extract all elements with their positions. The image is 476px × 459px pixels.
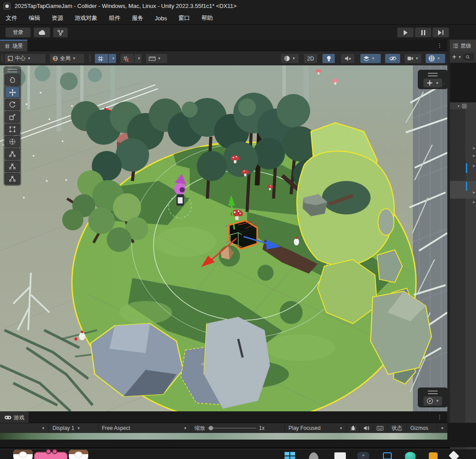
tab-hierarchy[interactable]: 层级 (450, 40, 476, 51)
mute-audio-toggle[interactable] (360, 423, 373, 433)
play-mode-dropdown[interactable]: ▼ (0, 423, 49, 433)
pivot-mode-label: 中心 (15, 55, 26, 62)
scale-tool[interactable] (5, 111, 20, 123)
focus-mode-dropdown[interactable]: Play Focused▼ (285, 423, 347, 433)
foldout-arrow-icon[interactable]: ▶ (473, 154, 475, 158)
zoom-slider-knob[interactable] (209, 426, 213, 430)
game-menu-kebab[interactable]: ⋮ (437, 414, 442, 420)
spline-nodes-icon (9, 175, 16, 182)
menu-file[interactable]: 文件 (0, 12, 23, 24)
play-button[interactable] (397, 27, 414, 38)
taskbar-start-button[interactable] (285, 452, 295, 459)
snap-toggle[interactable] (120, 53, 134, 64)
tab-hierarchy-label: 层级 (461, 42, 471, 50)
foldout-arrow-icon[interactable]: ▶ (473, 200, 475, 204)
stats-toggle[interactable]: 状态 (387, 423, 407, 433)
handle-orientation-dropdown[interactable]: 全局▼ (49, 53, 85, 64)
rect-tool[interactable] (5, 124, 20, 135)
taskbar-app-dark-plus[interactable]: + (357, 452, 369, 459)
foldout-arrow-icon[interactable]: ▶ (473, 164, 475, 168)
zoom-slider[interactable] (208, 426, 256, 430)
menu-assets[interactable]: 资源 (46, 12, 69, 24)
taskbar-app-teal[interactable] (405, 452, 416, 459)
debug-toggle[interactable] (347, 423, 360, 433)
effects-dropdown-toggle[interactable]: ▼ (360, 53, 381, 64)
version-control-button[interactable] (53, 27, 68, 38)
gizmos-dropdown[interactable]: ▼ (437, 423, 447, 433)
grid-visibility-toggle[interactable]: Y (94, 53, 109, 64)
rotate-tool[interactable] (5, 99, 20, 110)
taskbar-app-circle[interactable] (309, 452, 319, 459)
snap-dropdown[interactable]: ▼ (134, 53, 142, 64)
transform-tool[interactable] (5, 136, 20, 147)
overlay-move-dropdown[interactable]: ▼ (424, 79, 442, 87)
custom-spline-tool-2[interactable] (5, 161, 20, 172)
display-dropdown[interactable]: Display 1▼ (49, 423, 98, 433)
taskbar-app-cat-1[interactable] (13, 450, 33, 459)
grid-magnet-icon (123, 56, 129, 62)
move-icon (9, 89, 16, 96)
overlay-drag-handle[interactable] (428, 391, 438, 394)
menu-edit[interactable]: 编辑 (23, 12, 46, 24)
custom-spline-tool-3[interactable] (5, 173, 20, 184)
hierarchy-tree[interactable]: ▼ ▶ ▶ ▶ ▶ ▶ (450, 102, 476, 459)
overlay-drag-handle[interactable] (7, 69, 17, 72)
taskbar-app-blue-square[interactable] (383, 452, 392, 459)
component-tools-dropdown[interactable]: ▼ (425, 53, 446, 64)
pivot-mode-dropdown[interactable]: 中心▼ (4, 53, 46, 64)
lighting-toggle[interactable] (322, 53, 335, 64)
taskbar-file-explorer[interactable] (334, 452, 346, 459)
create-object-button[interactable]: + (452, 53, 456, 60)
cloud-button[interactable] (34, 27, 50, 38)
gizmos-toggle[interactable]: Gizmos (407, 423, 436, 433)
custom-spline-tool-1[interactable] (5, 148, 20, 160)
toolbar-grip[interactable] (89, 55, 91, 62)
tab-game[interactable]: 游戏 (0, 411, 29, 423)
overlay-orientation-dropdown[interactable]: ▼ (424, 396, 442, 406)
hierarchy-scene-row[interactable]: ▼ (450, 102, 476, 109)
foldout-arrow-icon[interactable]: ▼ (457, 105, 460, 108)
vsync-keyboard-toggle[interactable] (373, 423, 387, 433)
play-icon (404, 30, 408, 35)
overlay-drag-handle[interactable] (428, 73, 438, 76)
camera-settings-dropdown[interactable]: ▼ (404, 53, 422, 64)
foldout-arrow-icon[interactable]: ▶ (473, 147, 475, 150)
menu-gameobject[interactable]: 游戏对象 (69, 12, 103, 24)
aspect-label: Free Aspect (102, 425, 130, 431)
scene-visibility-toggle[interactable] (385, 53, 401, 64)
chevron-down-icon: ▼ (436, 399, 439, 403)
menu-services[interactable]: 服务 (126, 12, 149, 24)
taskbar-app-white-diamond[interactable] (449, 451, 459, 459)
view-hand-tool[interactable] (5, 74, 20, 86)
toolbar-grip[interactable] (1, 55, 3, 62)
login-button[interactable]: 登录 (5, 27, 31, 38)
chevron-down-icon[interactable]: ▼ (458, 55, 461, 59)
step-button[interactable] (432, 27, 449, 38)
2d-toggle[interactable]: 2D (304, 53, 318, 64)
menu-help[interactable]: 帮助 (195, 12, 218, 24)
hierarchy-search-input[interactable] (463, 53, 474, 60)
tab-scene[interactable]: 场景 (0, 40, 27, 51)
taskbar-decoration-pink-bow (34, 451, 68, 459)
scene-grid-icon (4, 43, 10, 49)
main-toolbar: 登录 (0, 25, 476, 40)
scene-menu-kebab[interactable]: ⋮ (437, 42, 442, 49)
move-tool[interactable] (5, 87, 20, 98)
version-control-icon (57, 30, 64, 36)
foldout-arrow-icon[interactable]: ▶ (473, 191, 475, 194)
snap-increment-dropdown[interactable]: ▼ (146, 53, 168, 64)
aspect-dropdown[interactable]: Free Aspect▼ (98, 423, 191, 433)
scene-viewport[interactable]: ▼ ▼ (0, 65, 447, 411)
globe-icon (52, 56, 58, 61)
pause-button[interactable] (415, 27, 431, 38)
hierarchy-selected-row[interactable] (450, 181, 476, 199)
menu-component[interactable]: 组件 (103, 12, 126, 24)
menu-window[interactable]: 窗口 (172, 12, 195, 24)
menu-jobs[interactable]: Jobs (149, 12, 172, 24)
taskbar-app-cat-2[interactable] (69, 450, 88, 459)
audio-toggle[interactable] (341, 53, 355, 64)
step-icon (438, 30, 443, 35)
taskbar-app-orange[interactable] (429, 452, 438, 459)
shading-mode-dropdown[interactable]: ▼ (281, 53, 299, 64)
grid-visibility-dropdown[interactable]: ▼ (109, 53, 116, 64)
